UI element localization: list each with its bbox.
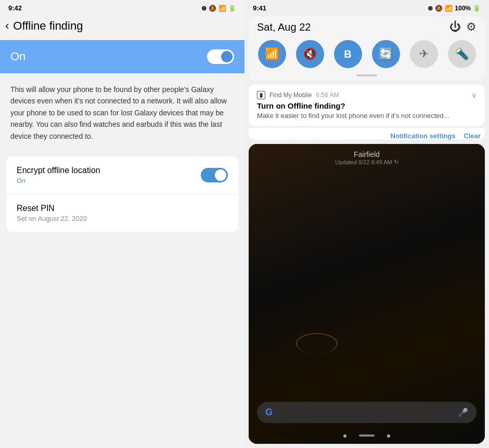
airplane-toggle-icon: ✈ <box>419 47 429 61</box>
status-bar-left: 9:42 ⊛ 🔕 📶 🔋 <box>0 0 244 14</box>
reset-pin-row[interactable]: Reset PIN Set on August 22, 2020 <box>6 194 238 232</box>
left-panel: 9:42 ⊛ 🔕 📶 🔋 ‹ Offline finding On This w… <box>0 0 244 448</box>
map-arc-decoration <box>296 333 338 354</box>
toggle-state-label: On <box>10 50 25 63</box>
sound-icon: 🔕 <box>209 5 216 12</box>
time-right: 9:41 <box>253 4 266 12</box>
wifi-icon-right: 📶 <box>445 5 453 12</box>
reset-pin-left: Reset PIN Set on August 22, 2020 <box>17 204 87 222</box>
wifi-toggle-button[interactable]: 📶 <box>258 40 286 68</box>
refresh-icon: ↻ <box>394 159 398 165</box>
nav-home-button[interactable] <box>359 434 375 437</box>
google-search-bar[interactable]: G 🎤 <box>257 402 477 423</box>
flashlight-toggle-icon: 🔦 <box>455 47 469 61</box>
google-logo: G <box>265 407 273 418</box>
map-updated-text: Updated 8/22 8:49 AM ↻ <box>335 159 398 165</box>
sync-toggle-button[interactable]: 🔄 <box>372 40 400 68</box>
main-toggle-card[interactable]: On <box>0 40 244 73</box>
encrypt-toggle-knob <box>215 169 226 181</box>
settings-button[interactable]: ⚙ <box>466 20 477 34</box>
battery-icon: 🔋 <box>228 5 236 12</box>
wifi-toggle-icon: 📶 <box>265 47 279 61</box>
status-icons-right: ⊛ 🔕 📶 100% 🔋 <box>428 5 481 12</box>
date-text: Sat, Aug 22 <box>257 21 311 33</box>
drag-handle <box>356 74 377 76</box>
chevron-down-icon[interactable]: ∨ <box>471 91 477 99</box>
sync-toggle-icon: 🔄 <box>379 47 393 61</box>
reset-pin-title: Reset PIN <box>17 204 87 213</box>
bt-icon: ⊛ <box>428 5 433 12</box>
battery-full-icon: 🔋 <box>473 5 481 12</box>
encrypt-row-left: Encrypt offline location On <box>17 166 100 185</box>
map-area: Fairfield Updated 8/22 8:49 AM ↻ G 🎤 <box>249 144 485 444</box>
main-toggle-switch[interactable] <box>207 49 234 64</box>
map-city: Fairfield <box>354 150 380 159</box>
notification-header: 📱 Find My Mobile 6:58 AM ∨ <box>257 91 477 99</box>
page-header: ‹ Offline finding <box>0 14 244 40</box>
microphone-icon[interactable]: 🎤 <box>458 407 468 417</box>
notification-time: 6:58 AM <box>316 91 339 99</box>
notification-settings-button[interactable]: Notification settings <box>391 132 456 140</box>
encrypt-row[interactable]: Encrypt offline location On <box>6 156 238 194</box>
mute-toggle-icon: 🔇 <box>303 47 317 61</box>
toggle-knob <box>221 51 233 62</box>
description-text: This will allow your phone to be found b… <box>0 73 244 152</box>
status-bar-right: 9:41 ⊛ 🔕 📶 100% 🔋 <box>244 0 489 14</box>
nav-recents-button[interactable] <box>387 434 390 438</box>
app-icon: 📱 <box>257 91 265 99</box>
battery-right: 100% <box>455 5 471 12</box>
map-location-info: Fairfield Updated 8/22 8:49 AM ↻ <box>249 150 485 165</box>
mute-toggle-button[interactable]: 🔇 <box>296 40 324 68</box>
power-settings-row: ⏻ ⚙ <box>449 20 477 34</box>
bluetooth-toggle-icon: B <box>344 48 351 60</box>
nav-bar <box>249 432 485 440</box>
airplane-toggle-button[interactable]: ✈ <box>410 40 438 68</box>
settings-card: Encrypt offline location On Reset PIN Se… <box>6 156 238 232</box>
encrypt-title: Encrypt offline location <box>17 166 100 175</box>
nav-back-button[interactable] <box>343 434 346 438</box>
notification-body: Make it easier to find your lost phone e… <box>257 112 477 120</box>
mute-icon: 🔕 <box>435 5 443 12</box>
status-icons-left: ⊛ 🔕 📶 🔋 <box>201 5 236 12</box>
date-power-row: Sat, Aug 22 ⏻ ⚙ <box>249 16 485 36</box>
bluetooth-icon: ⊛ <box>201 5 207 12</box>
flashlight-toggle-button[interactable]: 🔦 <box>448 40 476 68</box>
right-panel: 9:41 ⊛ 🔕 📶 100% 🔋 Sat, Aug 22 ⏻ ⚙ 📶 🔇 <box>244 0 489 448</box>
back-button[interactable]: ‹ <box>5 19 9 33</box>
encrypt-status: On <box>17 177 100 185</box>
notification-actions: Notification settings Clear <box>249 128 485 140</box>
encrypt-toggle[interactable] <box>201 168 228 182</box>
signal-icon: 📶 <box>218 5 226 12</box>
map-background: Fairfield Updated 8/22 8:49 AM ↻ G 🎤 <box>249 144 485 444</box>
app-name: Find My Mobile <box>269 91 312 99</box>
notification-panel: Sat, Aug 22 ⏻ ⚙ 📶 🔇 B 🔄 ✈ 🔦 <box>249 16 485 81</box>
power-button[interactable]: ⏻ <box>449 20 461 34</box>
page-title: Offline finding <box>13 19 83 33</box>
notif-header-left: 📱 Find My Mobile 6:58 AM <box>257 91 339 99</box>
bluetooth-toggle-button[interactable]: B <box>334 40 362 68</box>
time-left: 9:42 <box>8 4 22 12</box>
quick-toggles: 📶 🔇 B 🔄 ✈ 🔦 <box>249 36 485 72</box>
clear-button[interactable]: Clear <box>464 132 481 140</box>
notification-title: Turn on Offline finding? <box>257 101 477 110</box>
reset-pin-subtitle: Set on August 22, 2020 <box>17 215 87 222</box>
notification-card: 📱 Find My Mobile 6:58 AM ∨ Turn on Offli… <box>249 85 485 126</box>
